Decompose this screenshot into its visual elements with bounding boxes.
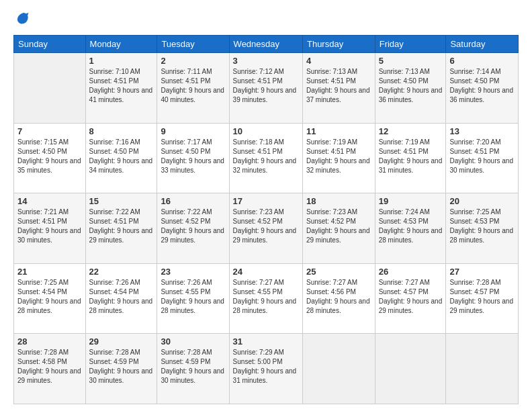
day-number: 25 <box>306 267 371 277</box>
logo-icon <box>15 11 30 26</box>
day-number: 22 <box>89 267 154 277</box>
day-number: 2 <box>161 56 225 66</box>
day-number: 18 <box>306 196 371 206</box>
calendar-cell: 9 Sunrise: 7:17 AMSunset: 4:50 PMDayligh… <box>157 123 229 193</box>
calendar-cell: 30 Sunrise: 7:28 AMSunset: 4:59 PMDaylig… <box>157 334 229 404</box>
day-info: Sunrise: 7:12 AMSunset: 4:51 PMDaylight:… <box>233 68 297 103</box>
calendar-cell: 5 Sunrise: 7:13 AMSunset: 4:50 PMDayligh… <box>375 53 446 124</box>
day-info: Sunrise: 7:27 AMSunset: 4:56 PMDaylight:… <box>306 279 370 314</box>
day-number: 26 <box>379 267 443 277</box>
calendar-cell: 19 Sunrise: 7:24 AMSunset: 4:53 PMDaylig… <box>375 193 446 264</box>
day-number: 10 <box>233 126 299 136</box>
calendar-cell: 7 Sunrise: 7:15 AMSunset: 4:50 PMDayligh… <box>14 123 86 193</box>
day-number: 1 <box>89 56 154 66</box>
calendar-week-row: 1 Sunrise: 7:10 AMSunset: 4:51 PMDayligh… <box>14 53 519 124</box>
calendar-cell: 11 Sunrise: 7:19 AMSunset: 4:51 PMDaylig… <box>302 123 375 193</box>
calendar-cell: 4 Sunrise: 7:13 AMSunset: 4:51 PMDayligh… <box>302 53 375 124</box>
calendar-cell: 18 Sunrise: 7:23 AMSunset: 4:52 PMDaylig… <box>302 193 375 264</box>
day-info: Sunrise: 7:22 AMSunset: 4:52 PMDaylight:… <box>161 208 224 244</box>
day-info: Sunrise: 7:16 AMSunset: 4:50 PMDaylight:… <box>89 138 153 174</box>
calendar-cell: 26 Sunrise: 7:27 AMSunset: 4:57 PMDaylig… <box>375 263 446 334</box>
day-number: 30 <box>161 336 225 347</box>
day-info: Sunrise: 7:18 AMSunset: 4:51 PMDaylight:… <box>233 138 297 174</box>
weekday-header-cell: Wednesday <box>229 36 302 53</box>
weekday-header-cell: Tuesday <box>157 36 229 53</box>
calendar-cell: 13 Sunrise: 7:20 AMSunset: 4:51 PMDaylig… <box>446 123 519 193</box>
calendar-week-row: 21 Sunrise: 7:25 AMSunset: 4:54 PMDaylig… <box>14 263 519 334</box>
calendar-cell: 29 Sunrise: 7:28 AMSunset: 4:59 PMDaylig… <box>85 334 157 404</box>
calendar-cell: 12 Sunrise: 7:19 AMSunset: 4:51 PMDaylig… <box>375 123 446 193</box>
day-number: 16 <box>161 196 225 206</box>
calendar-cell: 31 Sunrise: 7:29 AMSunset: 5:00 PMDaylig… <box>229 334 302 404</box>
day-number: 3 <box>233 56 299 66</box>
day-number: 27 <box>449 267 515 277</box>
day-number: 11 <box>306 126 371 136</box>
day-number: 20 <box>449 196 515 206</box>
calendar-cell: 10 Sunrise: 7:18 AMSunset: 4:51 PMDaylig… <box>229 123 302 193</box>
calendar-cell: 23 Sunrise: 7:26 AMSunset: 4:55 PMDaylig… <box>157 263 229 334</box>
calendar-cell <box>375 334 446 404</box>
day-info: Sunrise: 7:19 AMSunset: 4:51 PMDaylight:… <box>379 138 443 174</box>
day-info: Sunrise: 7:23 AMSunset: 4:52 PMDaylight:… <box>233 208 297 244</box>
calendar-week-row: 7 Sunrise: 7:15 AMSunset: 4:50 PMDayligh… <box>14 123 519 193</box>
day-number: 29 <box>89 336 154 347</box>
calendar-cell <box>446 334 519 404</box>
day-number: 13 <box>449 126 515 136</box>
calendar-week-row: 28 Sunrise: 7:28 AMSunset: 4:58 PMDaylig… <box>14 334 519 404</box>
day-number: 23 <box>161 267 225 277</box>
calendar-cell: 17 Sunrise: 7:23 AMSunset: 4:52 PMDaylig… <box>229 193 302 264</box>
day-number: 17 <box>233 196 299 206</box>
calendar-cell: 15 Sunrise: 7:22 AMSunset: 4:51 PMDaylig… <box>85 193 157 264</box>
day-number: 4 <box>306 56 371 66</box>
day-number: 7 <box>17 126 82 136</box>
calendar-cell: 24 Sunrise: 7:27 AMSunset: 4:55 PMDaylig… <box>229 263 302 334</box>
page: SundayMondayTuesdayWednesdayThursdayFrid… <box>0 0 532 411</box>
day-info: Sunrise: 7:19 AMSunset: 4:51 PMDaylight:… <box>306 138 370 174</box>
calendar-cell: 8 Sunrise: 7:16 AMSunset: 4:50 PMDayligh… <box>85 123 157 193</box>
weekday-header-cell: Sunday <box>14 36 86 53</box>
calendar-cell <box>302 334 375 404</box>
day-info: Sunrise: 7:25 AMSunset: 4:53 PMDaylight:… <box>449 208 513 244</box>
day-info: Sunrise: 7:27 AMSunset: 4:55 PMDaylight:… <box>233 279 297 314</box>
day-number: 8 <box>89 126 154 136</box>
day-info: Sunrise: 7:24 AMSunset: 4:53 PMDaylight:… <box>379 208 443 244</box>
day-number: 19 <box>379 196 443 206</box>
day-number: 9 <box>161 126 225 136</box>
day-info: Sunrise: 7:22 AMSunset: 4:51 PMDaylight:… <box>89 208 153 244</box>
calendar-cell: 27 Sunrise: 7:28 AMSunset: 4:57 PMDaylig… <box>446 263 519 334</box>
day-info: Sunrise: 7:14 AMSunset: 4:50 PMDaylight:… <box>449 68 513 103</box>
weekday-header-cell: Friday <box>375 36 446 53</box>
calendar-week-row: 14 Sunrise: 7:21 AMSunset: 4:51 PMDaylig… <box>14 193 519 264</box>
day-number: 24 <box>233 267 299 277</box>
day-number: 21 <box>17 267 82 277</box>
calendar-cell: 6 Sunrise: 7:14 AMSunset: 4:50 PMDayligh… <box>446 53 519 124</box>
calendar-cell: 25 Sunrise: 7:27 AMSunset: 4:56 PMDaylig… <box>302 263 375 334</box>
calendar-body: 1 Sunrise: 7:10 AMSunset: 4:51 PMDayligh… <box>14 53 519 404</box>
day-number: 14 <box>17 196 82 206</box>
day-info: Sunrise: 7:29 AMSunset: 5:00 PMDaylight:… <box>233 349 297 384</box>
day-info: Sunrise: 7:23 AMSunset: 4:52 PMDaylight:… <box>306 208 370 244</box>
day-info: Sunrise: 7:21 AMSunset: 4:51 PMDaylight:… <box>17 208 81 244</box>
day-info: Sunrise: 7:27 AMSunset: 4:57 PMDaylight:… <box>379 279 443 314</box>
calendar-cell: 14 Sunrise: 7:21 AMSunset: 4:51 PMDaylig… <box>14 193 86 264</box>
day-number: 5 <box>379 56 443 66</box>
calendar-cell: 20 Sunrise: 7:25 AMSunset: 4:53 PMDaylig… <box>446 193 519 264</box>
day-info: Sunrise: 7:26 AMSunset: 4:54 PMDaylight:… <box>89 279 153 314</box>
calendar-cell: 1 Sunrise: 7:10 AMSunset: 4:51 PMDayligh… <box>85 53 157 124</box>
weekday-header-cell: Thursday <box>302 36 375 53</box>
day-number: 12 <box>379 126 443 136</box>
weekday-header-cell: Saturday <box>446 36 519 53</box>
day-info: Sunrise: 7:15 AMSunset: 4:50 PMDaylight:… <box>17 138 81 174</box>
day-info: Sunrise: 7:17 AMSunset: 4:50 PMDaylight:… <box>161 138 224 174</box>
day-info: Sunrise: 7:11 AMSunset: 4:51 PMDaylight:… <box>161 68 224 103</box>
day-info: Sunrise: 7:28 AMSunset: 4:58 PMDaylight:… <box>17 349 81 384</box>
calendar-cell: 2 Sunrise: 7:11 AMSunset: 4:51 PMDayligh… <box>157 53 229 124</box>
calendar-table: SundayMondayTuesdayWednesdayThursdayFrid… <box>13 35 519 404</box>
weekday-header-row: SundayMondayTuesdayWednesdayThursdayFrid… <box>14 36 519 53</box>
day-number: 15 <box>89 196 154 206</box>
header <box>13 11 519 28</box>
day-info: Sunrise: 7:13 AMSunset: 4:51 PMDaylight:… <box>306 68 370 103</box>
calendar-cell: 16 Sunrise: 7:22 AMSunset: 4:52 PMDaylig… <box>157 193 229 264</box>
calendar-cell: 21 Sunrise: 7:25 AMSunset: 4:54 PMDaylig… <box>14 263 86 334</box>
day-info: Sunrise: 7:28 AMSunset: 4:59 PMDaylight:… <box>89 349 153 384</box>
